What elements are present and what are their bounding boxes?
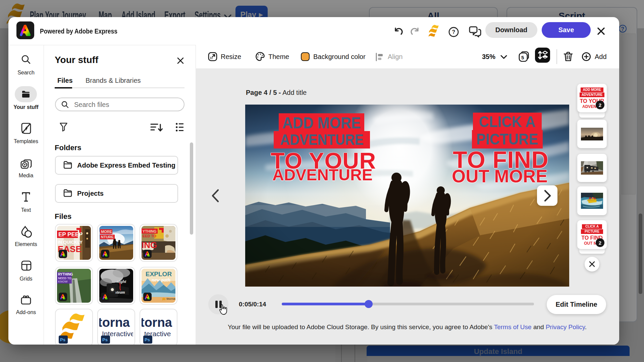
svg-text:Ps: Ps [60, 337, 65, 342]
svg-text:YTHING: YTHING [143, 229, 157, 233]
svg-text:torna: torna [99, 315, 130, 329]
svg-text:RYTHING: RYTHING [58, 273, 73, 276]
svg-text:NEED TO: NEED TO [58, 277, 71, 280]
svg-text:steam: steam [115, 290, 125, 295]
svg-text:Ps: Ps [102, 337, 108, 342]
svg-text:EED TO: EED TO [143, 234, 156, 238]
svg-text:Stornaw: Stornaw [166, 297, 175, 300]
svg-text:EXPLOR: EXPLOR [146, 270, 172, 278]
svg-text:KNOW: KNOW [58, 280, 68, 283]
svg-text:night: night [117, 279, 126, 284]
svg-text:5: 5 [521, 55, 524, 60]
svg-text:Ps: Ps [145, 337, 150, 342]
svg-text:torna: torna [142, 315, 172, 329]
svg-text:MORE: MORE [101, 230, 112, 234]
svg-text:?: ? [452, 29, 455, 35]
svg-text:EP PEEP: EP PEEP [58, 231, 83, 238]
svg-text:NTURE: NTURE [101, 235, 114, 239]
svg-text:ING: ING [142, 240, 157, 250]
